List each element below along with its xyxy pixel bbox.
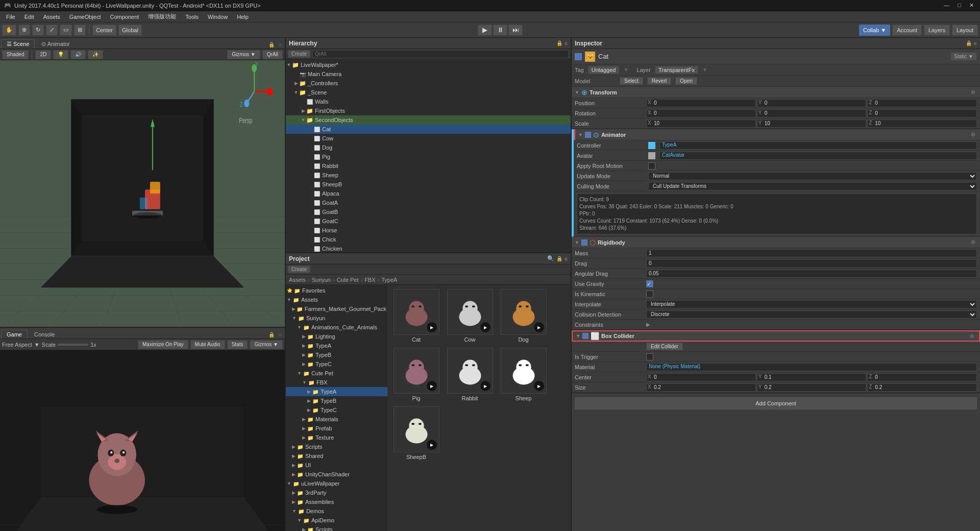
hierarchy-item-livewallpaper[interactable]: ▼📁LiveWallpaper* xyxy=(286,60,571,69)
project-menu[interactable]: ≡ xyxy=(565,256,568,262)
constraints-arrow[interactable]: ▶ xyxy=(646,322,650,327)
scale-tool-btn[interactable]: ⤢ xyxy=(46,25,58,36)
tree-item-23[interactable]: ▶📁Assemblies xyxy=(286,497,387,506)
hierarchy-search[interactable] xyxy=(312,50,569,58)
tree-item-20[interactable]: ▶📁UnityChanShader xyxy=(286,470,387,479)
account-btn[interactable]: Account xyxy=(892,25,922,36)
hierarchy-item-dog[interactable]: ⬜Dog xyxy=(286,143,571,152)
tree-item-11[interactable]: ▶📁TypeA xyxy=(286,387,387,396)
animator-header[interactable]: ▼ ⊙ Animator ⚙ xyxy=(574,129,980,140)
tree-item-15[interactable]: ▶📁Prefab xyxy=(286,424,387,433)
hierarchy-item-horse[interactable]: ⬜Horse xyxy=(286,226,571,235)
hierarchy-item-cat[interactable]: ⬜Cat xyxy=(286,125,571,134)
tab-animator[interactable]: ⊙ Animator xyxy=(36,39,75,49)
tree-item-21[interactable]: ▼📁uLiveWallpaper xyxy=(286,479,387,488)
layers-btn[interactable]: Layers xyxy=(924,25,950,36)
scene-vfx-btn[interactable]: ✨ xyxy=(88,50,103,59)
tree-item-6[interactable]: ▶📁TypeA xyxy=(286,341,387,350)
tree-item-3[interactable]: ▼📁Suriyun xyxy=(286,313,387,323)
menu-edit[interactable]: Edit xyxy=(20,13,38,21)
is-kinematic-checkbox[interactable] xyxy=(646,291,653,298)
tree-item-1[interactable]: ▼📁Assets xyxy=(286,295,387,304)
tree-item-19[interactable]: ▶📁UI xyxy=(286,461,387,470)
tag-dropdown[interactable]: Untagged xyxy=(588,66,620,74)
is-trigger-checkbox[interactable] xyxy=(646,353,653,360)
breadcrumb-typea[interactable]: TypeA xyxy=(381,277,397,283)
culling-mode-select[interactable]: Cull Update Transforms xyxy=(648,182,977,190)
hierarchy-item-walls[interactable]: ⬜Walls xyxy=(286,97,571,106)
box-collider-header[interactable]: ▼ ⬜ Box Collider ⚙ xyxy=(572,330,980,342)
hierarchy-item-controllers[interactable]: ▶📁_Controllers xyxy=(286,79,571,88)
transform-gear[interactable]: ⚙ xyxy=(969,89,977,95)
scale-slider-area[interactable] xyxy=(58,344,88,346)
static-btn[interactable]: Static ▼ xyxy=(950,52,977,61)
play-btn[interactable]: ▶ xyxy=(478,25,492,36)
material-ref[interactable]: None (Physic Material) xyxy=(646,363,977,371)
angular-drag-field[interactable] xyxy=(646,270,977,278)
controller-ref[interactable]: TypeA xyxy=(659,141,977,150)
hierarchy-item-alpaca[interactable]: ⬜Alpaca xyxy=(286,189,571,198)
hierarchy-item-scene[interactable]: ▼📁_Scene xyxy=(286,88,571,97)
obj-active-checkbox[interactable] xyxy=(575,53,582,60)
hierarchy-item-secondobjects[interactable]: ▼📁SecondObjects← xyxy=(286,115,571,125)
animator-active[interactable] xyxy=(585,132,591,138)
use-gravity-checkbox[interactable]: ✓ xyxy=(646,280,653,287)
shaded-btn[interactable]: Shaded xyxy=(2,50,29,59)
stats-btn[interactable]: Stats xyxy=(227,340,248,349)
avatar-ref[interactable]: CatAvatar xyxy=(659,152,977,160)
tree-item-0[interactable]: ⭐📁Favorites xyxy=(286,286,387,295)
close-btn[interactable]: ✕ xyxy=(967,2,976,9)
asset-item-rabbit[interactable]: ▶ Rabbit xyxy=(446,348,494,401)
collab-btn[interactable]: Collab ▼ xyxy=(859,25,890,36)
center-x[interactable] xyxy=(646,373,756,381)
game-menu-icon[interactable]: ≡ xyxy=(277,331,284,339)
center-y[interactable] xyxy=(757,373,867,381)
tree-item-14[interactable]: ▶📁Materials xyxy=(286,415,387,424)
size-z[interactable] xyxy=(867,383,977,392)
rot-x[interactable] xyxy=(646,109,756,117)
aspect-dropdown[interactable]: ▼ xyxy=(34,342,40,348)
size-y[interactable] xyxy=(757,383,867,392)
scene-audio-btn[interactable]: 🔊 xyxy=(70,50,86,59)
tree-item-25[interactable]: ▼📁ApiDemo xyxy=(286,516,387,525)
asset-item-sheepb[interactable]: ▶ SheepB xyxy=(392,406,440,460)
asset-item-dog[interactable]: ▶ Dog xyxy=(499,289,548,343)
inspector-menu[interactable]: ≡ xyxy=(974,40,977,46)
hierarchy-item-goatb[interactable]: ⬜GoatB xyxy=(286,207,571,216)
interpolate-select[interactable]: Interpolate xyxy=(646,300,977,308)
hierarchy-item-goatc[interactable]: ⬜GoatC xyxy=(286,216,571,226)
mass-field[interactable] xyxy=(646,249,977,257)
scale-y[interactable] xyxy=(757,119,867,128)
rot-y[interactable] xyxy=(757,109,867,117)
qrall-btn[interactable]: QrAll xyxy=(262,50,283,59)
hierarchy-item-sheep[interactable]: ⬜Sheep xyxy=(286,171,571,180)
tree-item-13[interactable]: ▶📁TypeC xyxy=(286,405,387,415)
collision-detection-select[interactable]: Discrete xyxy=(646,310,977,319)
tree-item-9[interactable]: ▼📁Cute Pet xyxy=(286,369,387,378)
menu-gameobject[interactable]: GameObject xyxy=(65,13,105,21)
breadcrumb-suriyun[interactable]: Suriyun xyxy=(312,277,331,283)
open-btn[interactable]: Open xyxy=(675,77,697,85)
pause-btn[interactable]: ⏸ xyxy=(493,25,507,36)
maximize-btn[interactable]: □ xyxy=(955,2,963,9)
tree-item-24[interactable]: ▼📁Demos xyxy=(286,506,387,516)
menu-assets[interactable]: Assets xyxy=(39,13,64,21)
maximize-play-btn[interactable]: Maximize On Play xyxy=(138,340,188,349)
tree-item-12[interactable]: ▶📁TypeB xyxy=(286,396,387,405)
titlebar-right[interactable]: — □ ✕ xyxy=(942,2,976,9)
project-search-icon[interactable]: 🔍 xyxy=(547,255,554,262)
rigidbody-header[interactable]: ▼ ⬡ Rigidbody ⚙ xyxy=(572,237,980,248)
transform-header[interactable]: ▼ ⊕ Transform ⚙ xyxy=(572,87,980,98)
menu-help[interactable]: Help xyxy=(233,13,253,21)
gizmos-btn[interactable]: Gizmos ▼ xyxy=(227,50,260,59)
transform-tool-btn[interactable]: ⊞ xyxy=(74,25,86,36)
asset-item-sheep[interactable]: ▶ Sheep xyxy=(499,348,548,401)
asset-item-cat[interactable]: ▶ Cat xyxy=(392,289,440,343)
pos-y[interactable] xyxy=(757,99,867,107)
center-z[interactable] xyxy=(867,373,977,381)
breadcrumb-fbx[interactable]: FBX xyxy=(364,277,375,283)
hierarchy-item-firstobjects[interactable]: ▶📁FirstObjects xyxy=(286,106,571,115)
project-create-btn[interactable]: Create xyxy=(288,266,310,273)
step-btn[interactable]: ⏭ xyxy=(508,25,523,36)
tree-item-16[interactable]: ▶📁Texture xyxy=(286,433,387,442)
